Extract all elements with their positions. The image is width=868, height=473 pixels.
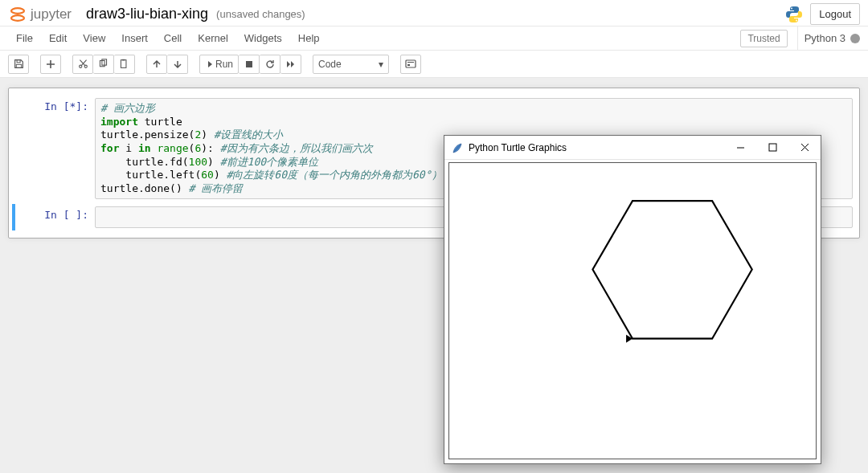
copy-button[interactable] (93, 55, 114, 74)
kernel-name[interactable]: Python 3 (797, 27, 860, 50)
svg-rect-15 (407, 62, 414, 63)
menu-edit[interactable]: Edit (41, 27, 75, 49)
svg-rect-10 (121, 60, 126, 68)
kernel-indicator-icon (850, 34, 860, 43)
input-prompt: In [*]: (18, 98, 95, 199)
jupyter-icon (8, 5, 27, 24)
turtle-window[interactable]: Python Turtle Graphics (444, 135, 821, 464)
toolbar: Run Code▾ (0, 51, 868, 78)
chevron-down-icon: ▾ (379, 59, 383, 70)
command-palette-button[interactable] (400, 55, 421, 74)
svg-point-2 (791, 7, 792, 9)
restart-button[interactable] (260, 55, 280, 74)
maximize-button[interactable] (756, 136, 788, 160)
jupyter-logo[interactable]: jupyter (8, 5, 72, 24)
menu-insert[interactable]: Insert (113, 27, 156, 49)
trusted-indicator[interactable]: Trusted (740, 30, 787, 47)
logout-button[interactable]: Logout (810, 3, 860, 25)
python-icon (784, 5, 804, 24)
svg-rect-16 (769, 144, 776, 151)
minimize-button[interactable] (724, 136, 756, 160)
cut-button[interactable] (72, 55, 93, 74)
menu-widgets[interactable]: Widgets (236, 27, 290, 49)
menu-view[interactable]: View (75, 27, 113, 49)
svg-point-0 (11, 8, 24, 14)
cell-type-select[interactable]: Code▾ (313, 55, 389, 74)
close-button[interactable] (788, 136, 821, 160)
save-button[interactable] (8, 55, 29, 74)
header-bar: jupyter draw3-liu-bian-xing (unsaved cha… (0, 0, 868, 27)
interrupt-button[interactable] (239, 55, 260, 74)
notebook-save-status: (unsaved changes) (216, 8, 305, 20)
svg-rect-12 (246, 61, 252, 67)
menu-cell[interactable]: Cell (156, 27, 190, 49)
svg-rect-11 (122, 59, 125, 61)
turtle-window-title: Python Turtle Graphics (469, 142, 724, 153)
svg-rect-5 (16, 64, 22, 67)
turtle-titlebar[interactable]: Python Turtle Graphics (444, 136, 821, 160)
menu-kernel[interactable]: Kernel (190, 27, 236, 49)
svg-marker-17 (592, 201, 751, 338)
jupyter-logo-text: jupyter (31, 6, 72, 22)
paste-button[interactable] (114, 55, 135, 74)
svg-point-1 (11, 15, 24, 21)
feather-icon (451, 141, 464, 154)
restart-run-all-button[interactable] (280, 55, 301, 74)
insert-cell-button[interactable] (40, 55, 61, 74)
svg-rect-14 (407, 64, 410, 66)
menu-help[interactable]: Help (290, 27, 328, 49)
input-prompt: In [ ]: (18, 206, 95, 228)
svg-point-3 (796, 19, 797, 21)
turtle-canvas (448, 162, 817, 459)
menu-bar: FileEditViewInsertCellKernelWidgetsHelp … (0, 27, 868, 51)
move-up-button[interactable] (146, 55, 167, 74)
notebook-title[interactable]: draw3-liu-bian-xing (86, 6, 208, 22)
move-down-button[interactable] (167, 55, 188, 74)
run-button[interactable]: Run (199, 55, 239, 74)
menu-file[interactable]: File (8, 27, 41, 49)
svg-rect-13 (406, 60, 416, 67)
